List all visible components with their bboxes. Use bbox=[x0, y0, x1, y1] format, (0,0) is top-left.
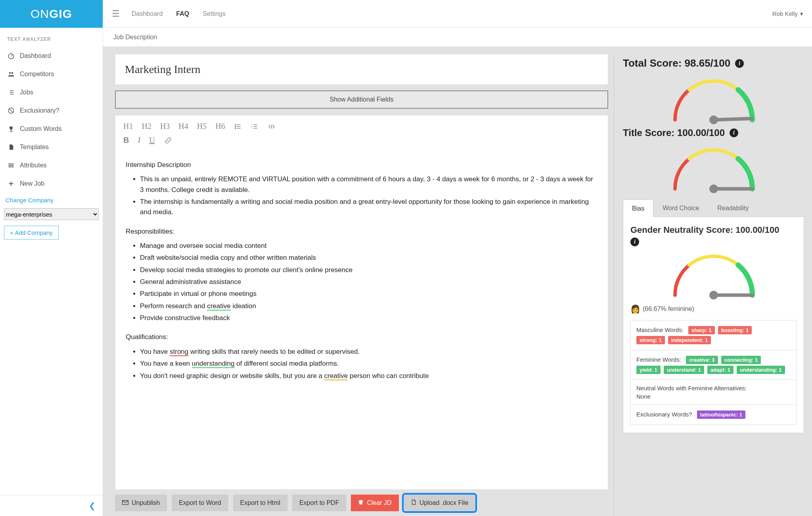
h6-button[interactable]: H6 bbox=[215, 122, 225, 131]
word-badge[interactable]: yield: 1 bbox=[636, 366, 661, 374]
topnav-faq[interactable]: FAQ bbox=[176, 10, 189, 17]
info-icon[interactable]: i bbox=[630, 238, 639, 246]
job-title: Marketing Intern bbox=[125, 63, 201, 75]
list-item: You don't need graphic design or website… bbox=[140, 371, 598, 381]
upload-docx-button[interactable]: Upload .docx File bbox=[404, 495, 476, 511]
list-item: General administrative assistance bbox=[140, 277, 598, 287]
topnav-dashboard[interactable]: Dashboard bbox=[132, 10, 163, 17]
ban-icon bbox=[7, 107, 15, 114]
number-list-icon[interactable]: 123 bbox=[251, 123, 259, 130]
export-html-button[interactable]: Export to Html bbox=[233, 495, 287, 511]
collapse-sidebar-icon[interactable]: ❮ bbox=[89, 501, 96, 510]
svg-point-32 bbox=[709, 115, 718, 124]
h4-button[interactable]: H4 bbox=[178, 122, 188, 131]
gender-neutrality-heading: Gender Neutrality Score: 100.00/100 bbox=[630, 225, 797, 235]
export-pdf-button[interactable]: Export to PDF bbox=[292, 495, 346, 511]
sidebar-item-new-job[interactable]: New Job bbox=[0, 175, 103, 193]
sidebar-item-competitors[interactable]: Competitors bbox=[0, 65, 103, 83]
word-badge[interactable]: creative: 3 bbox=[686, 356, 718, 364]
masculine-words-section: Masculine Words: sharp: 1 boasting: 1 st… bbox=[631, 320, 796, 350]
bold-icon[interactable]: B bbox=[123, 136, 129, 145]
tab-readability[interactable]: Readability bbox=[708, 199, 758, 217]
list-item: Develop social media strategies to promo… bbox=[140, 265, 598, 275]
section-heading: Responsibilities: bbox=[126, 226, 598, 237]
exclusionary-words-section: Exclusionary Words? latino/hispanic: 1 bbox=[631, 405, 796, 425]
clear-jd-button[interactable]: Clear JD bbox=[351, 495, 398, 511]
h3-button[interactable]: H3 bbox=[160, 122, 170, 131]
sidebar-footer: ❮ bbox=[0, 495, 103, 516]
info-icon[interactable]: i bbox=[735, 59, 744, 68]
underline-icon[interactable]: U bbox=[149, 136, 155, 145]
gender-neutrality-gauge bbox=[630, 246, 797, 303]
svg-rect-30 bbox=[359, 501, 364, 501]
export-word-button[interactable]: Export to Word bbox=[172, 495, 228, 511]
sidebar-item-label: Exclusionary? bbox=[20, 107, 59, 114]
sliders-icon bbox=[7, 162, 15, 169]
link-icon[interactable] bbox=[164, 137, 172, 144]
trash-icon bbox=[358, 499, 364, 507]
bullet-list-icon[interactable] bbox=[234, 123, 242, 130]
word-badge[interactable]: strong: 1 bbox=[636, 336, 665, 344]
h2-button[interactable]: H2 bbox=[142, 122, 151, 131]
highlighted-word: strong bbox=[170, 348, 188, 356]
italic-icon[interactable]: I bbox=[138, 136, 140, 145]
file-icon bbox=[7, 144, 15, 151]
highlighted-word: creative bbox=[324, 372, 348, 380]
word-badge[interactable]: boasting: 1 bbox=[718, 326, 752, 334]
brand-part1: ON bbox=[31, 7, 49, 21]
show-additional-fields-button[interactable]: Show Additional Fields bbox=[115, 90, 608, 109]
svg-point-16 bbox=[235, 124, 236, 125]
svg-point-1 bbox=[9, 72, 11, 74]
section-heading: Qualifications: bbox=[126, 332, 598, 342]
plus-icon bbox=[7, 180, 15, 187]
feminine-note: 👩 (66.67% feminine) bbox=[630, 304, 797, 314]
gauge-icon bbox=[7, 52, 15, 59]
svg-point-2 bbox=[11, 72, 13, 74]
sidebar-item-jobs[interactable]: Jobs bbox=[0, 83, 103, 102]
bias-tab-body: Gender Neutrality Score: 100.00/100 i bbox=[623, 217, 804, 433]
code-icon[interactable] bbox=[267, 123, 276, 130]
people-icon bbox=[7, 71, 15, 78]
top-nav: Dashboard FAQ Settings bbox=[132, 10, 226, 17]
list-item: You have a keen understanding of differe… bbox=[140, 359, 598, 369]
sidebar-item-attributes[interactable]: Attributes bbox=[0, 156, 103, 175]
list-item: Draft website/social media copy and othe… bbox=[140, 253, 598, 263]
sidebar-item-dashboard[interactable]: Dashboard bbox=[0, 47, 103, 65]
word-badge[interactable]: adapt: 1 bbox=[707, 366, 733, 374]
h5-button[interactable]: H5 bbox=[197, 122, 207, 131]
tab-word-choice[interactable]: Word Choice bbox=[653, 199, 708, 217]
file-upload-icon bbox=[411, 499, 416, 507]
svg-line-28 bbox=[271, 124, 272, 129]
word-badge[interactable]: independent: 1 bbox=[668, 336, 711, 344]
sidebar-item-label: Dashboard bbox=[20, 52, 51, 59]
sidebar-section-label: TEXT ANALYZER bbox=[0, 28, 103, 47]
list-item: You have strong writing skills that rare… bbox=[140, 347, 598, 357]
word-badge[interactable]: sharp: 1 bbox=[688, 326, 715, 334]
user-name: Rob Kelly bbox=[772, 10, 798, 17]
feminine-words-section: Feminine Words: creative: 3 connecting: … bbox=[631, 350, 796, 380]
user-menu[interactable]: Rob Kelly ▾ bbox=[772, 10, 803, 17]
word-badge[interactable]: understanding: 1 bbox=[737, 366, 785, 374]
h1-button[interactable]: H1 bbox=[123, 122, 133, 131]
sidebar-item-templates[interactable]: Templates bbox=[0, 138, 103, 156]
total-score-gauge bbox=[623, 71, 804, 127]
unpublish-button[interactable]: Unpublish bbox=[115, 495, 167, 511]
editor-body[interactable]: Internship Description This is an unpaid… bbox=[115, 148, 608, 489]
add-company-button[interactable]: +Add Company bbox=[4, 226, 59, 240]
svg-line-31 bbox=[714, 119, 752, 120]
word-badge[interactable]: latino/hispanic: 1 bbox=[697, 410, 745, 419]
neutral-words-section: Neutral Words with Feminine Alternatives… bbox=[631, 380, 796, 405]
sidebar-item-label: Attributes bbox=[20, 162, 47, 169]
sidebar-item-custom-words[interactable]: Custom Words bbox=[0, 120, 103, 138]
sidebar-nav: Dashboard Competitors Jobs Exclusionary? bbox=[0, 47, 103, 193]
editor-card: H1 H2 H3 H4 H5 H6 123 bbox=[115, 115, 608, 490]
info-icon[interactable]: i bbox=[730, 129, 738, 137]
sidebar-item-exclusionary[interactable]: Exclusionary? bbox=[0, 102, 103, 120]
topnav-settings[interactable]: Settings bbox=[203, 10, 226, 17]
word-badge[interactable]: connecting: 1 bbox=[721, 356, 761, 364]
brand-part2: GIG bbox=[49, 7, 72, 21]
word-badge[interactable]: understand: 1 bbox=[664, 366, 704, 374]
tab-bias[interactable]: Bias bbox=[623, 199, 653, 217]
company-select[interactable]: mega-enterprises bbox=[4, 208, 99, 220]
hamburger-icon[interactable]: ☰ bbox=[112, 9, 120, 19]
